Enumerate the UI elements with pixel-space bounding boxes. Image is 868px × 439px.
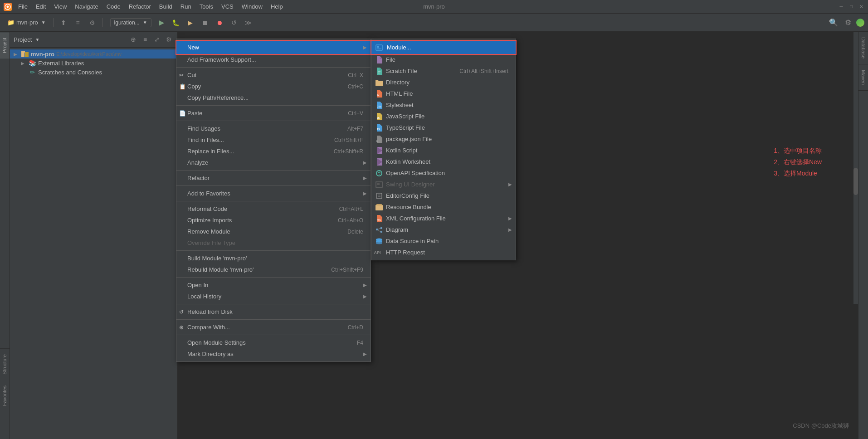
ctx-remove-module-label: Remove Module bbox=[187, 228, 230, 235]
sub-item-resource-bundle[interactable]: Resource Bundle bbox=[371, 201, 516, 213]
sub-item-package[interactable]: {} package.json File bbox=[371, 133, 516, 145]
tree-item-external-libs[interactable]: ▶ 📚 External Libraries bbox=[10, 59, 177, 68]
ctx-remove-module[interactable]: Remove Module Delete bbox=[176, 226, 371, 237]
ctx-rebuild-module[interactable]: Rebuild Module 'mvn-pro' Ctrl+Shift+F9 bbox=[176, 264, 371, 275]
ctx-mark-dir[interactable]: Mark Directory as bbox=[176, 348, 371, 360]
ctx-module-settings[interactable]: Open Module Settings F4 bbox=[176, 337, 371, 348]
maximize-button[interactable]: □ bbox=[848, 4, 854, 10]
left-tab-project[interactable]: Project bbox=[0, 32, 10, 59]
svg-text:JS: JS bbox=[377, 117, 380, 119]
left-tab-favorites[interactable]: Favorites bbox=[0, 380, 10, 411]
sub-item-diagram[interactable]: Diagram bbox=[371, 224, 516, 235]
scrollbar-thumb[interactable] bbox=[853, 168, 858, 195]
menu-tools[interactable]: Tools bbox=[196, 2, 217, 11]
svg-rect-1 bbox=[21, 52, 24, 57]
tree-item-mvnpro[interactable]: ▶ mvn-pro E:\develop\ideaWorkPace\mv bbox=[10, 49, 177, 59]
ctx-refactor[interactable]: Refactor bbox=[176, 172, 371, 184]
minimize-button[interactable]: ─ bbox=[838, 4, 844, 10]
sub-item-stylesheet[interactable]: CSS Stylesheet bbox=[371, 99, 516, 111]
ctx-compare[interactable]: ⊕ Compare With... Ctrl+D bbox=[176, 322, 371, 333]
menu-run[interactable]: Run bbox=[177, 2, 195, 11]
ctx-analyze[interactable]: Analyze bbox=[176, 157, 371, 168]
toolbar-navigate-up[interactable]: ⬆ bbox=[57, 16, 70, 29]
rerun-button[interactable]: ↺ bbox=[228, 16, 240, 29]
menu-vcs[interactable]: VCS bbox=[218, 2, 237, 11]
ctx-add-framework[interactable]: Add Framework Support... bbox=[176, 54, 371, 65]
menu-view[interactable]: View bbox=[50, 2, 70, 11]
ctx-copy-path[interactable]: Copy Path/Reference... bbox=[176, 92, 371, 103]
debug-button[interactable]: 🐛 bbox=[170, 16, 182, 29]
menu-build[interactable]: Build bbox=[156, 2, 176, 11]
toolbar-collapse[interactable]: ≡ bbox=[72, 16, 84, 29]
ctx-build-module[interactable]: Build Module 'mvn-pro' bbox=[176, 253, 371, 264]
panel-locate-btn[interactable]: ⊕ bbox=[128, 34, 138, 44]
power-button[interactable] bbox=[856, 19, 864, 27]
ctx-sep-3 bbox=[176, 121, 371, 121]
run-buttons: ▶ 🐛 ▶ ⏹ ⏺ ↺ ≫ bbox=[155, 16, 255, 29]
project-selector[interactable]: 📁 mvn-pro ▼ bbox=[4, 17, 49, 28]
sub-item-html[interactable]: H HTML File bbox=[371, 88, 516, 99]
sub-item-module[interactable]: Module... bbox=[371, 40, 517, 55]
ctx-paste[interactable]: 📄 Paste Ctrl+V bbox=[176, 107, 371, 119]
right-tab-database[interactable]: Database bbox=[858, 32, 868, 64]
menu-edit[interactable]: Edit bbox=[32, 2, 49, 11]
panel-settings-btn[interactable]: ⚙ bbox=[164, 34, 174, 44]
ctx-reformat-shortcut: Ctrl+Alt+L bbox=[339, 206, 363, 212]
run-configuration[interactable]: iguration... ▼ bbox=[110, 18, 151, 27]
ctx-local-history[interactable]: Local History bbox=[176, 291, 371, 302]
ctx-replace-in-files[interactable]: Replace in Files... Ctrl+Shift+R bbox=[176, 146, 371, 157]
ctx-add-favorites[interactable]: Add to Favorites bbox=[176, 188, 371, 199]
sub-item-file[interactable]: File bbox=[371, 54, 516, 65]
ctx-reformat[interactable]: Reformat Code Ctrl+Alt+L bbox=[176, 203, 371, 215]
sub-item-datasource[interactable]: Data Source in Path bbox=[371, 235, 516, 247]
menu-help[interactable]: Help bbox=[267, 2, 287, 11]
coverage-button[interactable]: ▶ bbox=[184, 16, 197, 29]
sub-item-directory[interactable]: Directory bbox=[371, 77, 516, 88]
project-panel: Project ▼ ⊕ ≡ ⤢ ⚙ ▶ mvn-pro E:\develop\i… bbox=[10, 32, 178, 439]
sub-item-js[interactable]: JS JavaScript File bbox=[371, 111, 516, 122]
sub-item-http[interactable]: API HTTP Request bbox=[371, 247, 516, 258]
menu-code[interactable]: Code bbox=[103, 2, 124, 11]
extra-button[interactable]: ≫ bbox=[242, 16, 255, 29]
panel-expand-btn[interactable]: ⤢ bbox=[152, 34, 162, 44]
sub-item-editorconfig[interactable]: EditorConfig File bbox=[371, 190, 516, 201]
panel-title-chevron[interactable]: ▼ bbox=[35, 37, 39, 42]
right-tab-maven[interactable]: Maven bbox=[858, 64, 868, 91]
ctx-find-usages[interactable]: Find Usages Alt+F7 bbox=[176, 123, 371, 134]
ctx-reload[interactable]: ↺ Reload from Disk bbox=[176, 306, 371, 317]
ctx-new[interactable]: New bbox=[176, 40, 371, 55]
sub-item-scratch[interactable]: Scratch File Ctrl+Alt+Shift+Insert bbox=[371, 65, 516, 77]
ctx-copy[interactable]: 📋 Copy Ctrl+C bbox=[176, 81, 371, 92]
sub-item-kotlin-script[interactable]: Kotlin Script bbox=[371, 145, 516, 156]
search-everywhere-button[interactable]: 🔍 bbox=[827, 16, 840, 29]
tree-item-scratches[interactable]: ▶ ✏ Scratches and Consoles bbox=[10, 68, 177, 77]
panel-tools: ⊕ ≡ ⤢ ⚙ bbox=[128, 34, 174, 44]
menu-navigate[interactable]: Navigate bbox=[71, 2, 102, 11]
panel-collapse-btn[interactable]: ≡ bbox=[140, 34, 150, 44]
openapi-icon bbox=[375, 170, 383, 177]
ctx-optimize[interactable]: Optimize Imports Ctrl+Alt+O bbox=[176, 215, 371, 226]
sub-item-ts[interactable]: TS TypeScript File bbox=[371, 122, 516, 133]
stop-button[interactable]: ⏺ bbox=[213, 16, 226, 29]
ide-settings-button[interactable]: ⚙ bbox=[842, 16, 854, 29]
ts-icon: TS bbox=[375, 124, 383, 132]
http-icon: API bbox=[373, 250, 381, 255]
menu-refactor[interactable]: Refactor bbox=[125, 2, 155, 11]
toolbar-separator-1 bbox=[53, 18, 54, 27]
tree-label-mvnpro: mvn-pro bbox=[31, 51, 54, 58]
sub-item-kotlin-worksheet[interactable]: Kotlin Worksheet bbox=[371, 156, 516, 167]
menu-file[interactable]: File bbox=[15, 2, 31, 11]
run-button[interactable]: ▶ bbox=[155, 16, 168, 29]
sub-item-xml-config[interactable]: XML XML Configuration File bbox=[371, 213, 516, 224]
sub-item-openapi[interactable]: OpenAPI Specification bbox=[371, 167, 516, 179]
profile-button[interactable]: ⏹ bbox=[199, 16, 211, 29]
left-tab-structure[interactable]: Structure bbox=[0, 348, 10, 380]
svg-point-12 bbox=[376, 171, 382, 176]
toolbar-separator-2 bbox=[102, 18, 103, 27]
toolbar-settings[interactable]: ⚙ bbox=[86, 16, 99, 29]
ctx-cut[interactable]: ✂ Cut Ctrl+X bbox=[176, 69, 371, 81]
close-button[interactable]: ✕ bbox=[858, 4, 864, 10]
menu-window[interactable]: Window bbox=[238, 2, 266, 11]
ctx-find-in-files[interactable]: Find in Files... Ctrl+Shift+F bbox=[176, 134, 371, 146]
ctx-open-in[interactable]: Open In bbox=[176, 279, 371, 291]
